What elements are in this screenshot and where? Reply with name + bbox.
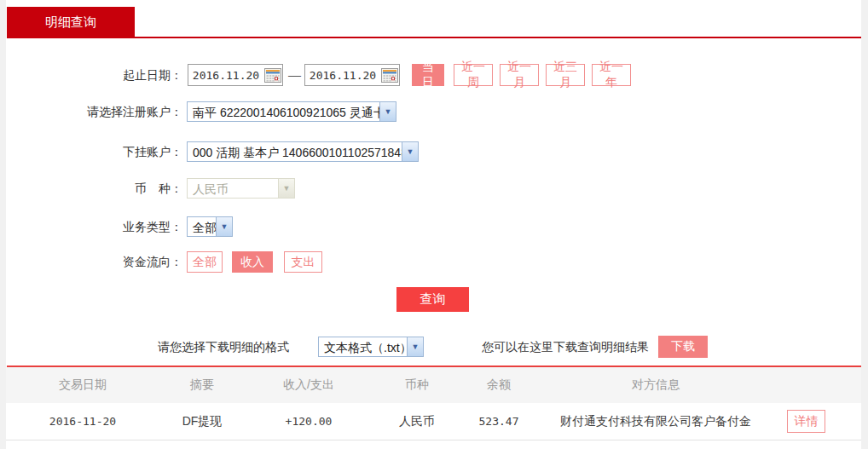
chevron-down-icon: ▼ [402,142,418,161]
tab-label: 明细查询 [45,14,96,31]
col-header-date: 交易日期 [30,367,136,403]
register-account-label: 请选择注册账户： [7,101,182,122]
register-account-select[interactable]: 南平 6222001406100921065 灵通卡 ▼ [187,101,396,122]
col-header-counterparty: 对方信息 [552,367,760,403]
right-margin [861,0,868,449]
range-quarter-button[interactable]: 近三月 [546,64,585,86]
currency-select: 人民币 ▼ [187,178,295,199]
start-date-field[interactable] [188,64,283,86]
range-week-button[interactable]: 近一周 [454,64,493,86]
end-date-input[interactable] [305,68,380,83]
table-header: 交易日期 摘要 收入/支出 币种 余额 对方信息 [6,367,861,403]
chevron-down-icon: ▼ [407,337,423,356]
download-button[interactable]: 下载 [658,336,708,358]
business-type-value: 全部 [188,217,216,236]
cell-date: 2016-11-20 [30,403,136,440]
fund-flow-income-button[interactable]: 收入 [232,251,273,273]
tab-detail-query[interactable]: 明细查询 [7,7,135,37]
business-type-select[interactable]: 全部 ▼ [187,216,233,237]
cell-counterparty: 财付通支付科技有限公司客户备付金 [552,403,760,440]
currency-value: 人民币 [188,179,278,198]
download-format-label: 请您选择下载明细的格式 [158,336,289,358]
range-year-button[interactable]: 近一年 [592,64,631,86]
download-hint: 您可以在这里下载查询明细结果 [482,336,649,358]
sub-account-label: 下挂账户： [7,141,182,162]
chevron-down-icon: ▼ [379,102,396,121]
register-account-value: 南平 6222001406100921065 灵通卡 [188,102,379,121]
col-header-amount: 收入/支出 [256,367,362,403]
chevron-down-icon: ▼ [278,179,294,198]
fund-flow-expense-button[interactable]: 支出 [284,251,322,273]
col-header-summary: 摘要 [149,367,255,403]
detail-button[interactable]: 详情 [787,410,825,433]
chevron-down-icon: ▼ [216,217,232,236]
download-format-value: 文本格式（.txt） [319,337,407,356]
sub-account-select[interactable]: 000 活期 基本户 1406600101102571848 ▼ [187,141,419,162]
sub-account-value: 000 活期 基本户 1406600101102571848 [188,142,402,161]
detail-query-page: 明细查询 起止日期： — [0,0,868,449]
range-month-button[interactable]: 近一月 [500,64,539,86]
business-type-label: 业务类型： [7,216,182,237]
calendar-icon[interactable] [263,66,282,83]
table-row: 2016-11-20 DF提现 +120.00 人民币 523.47 财付通支付… [6,403,861,440]
calendar-icon[interactable] [380,66,399,83]
cell-balance: 523.47 [447,403,551,440]
cell-summary: DF提现 [149,403,255,440]
date-range-label: 起止日期： [7,64,182,86]
col-header-balance: 余额 [447,367,551,403]
currency-label: 币 种： [7,178,182,199]
query-button[interactable]: 查询 [396,287,469,312]
end-date-field[interactable] [304,64,400,86]
range-today-button[interactable]: 当日 [412,64,444,86]
fund-flow-all-button[interactable]: 全部 [187,251,223,273]
date-separator: — [288,64,301,86]
cell-amount: +120.00 [256,403,362,440]
tab-underline [7,37,861,38]
start-date-input[interactable] [188,68,263,83]
left-margin [0,0,6,449]
download-format-select[interactable]: 文本格式（.txt） ▼ [318,337,424,357]
fund-flow-label: 资金流向： [7,251,182,273]
